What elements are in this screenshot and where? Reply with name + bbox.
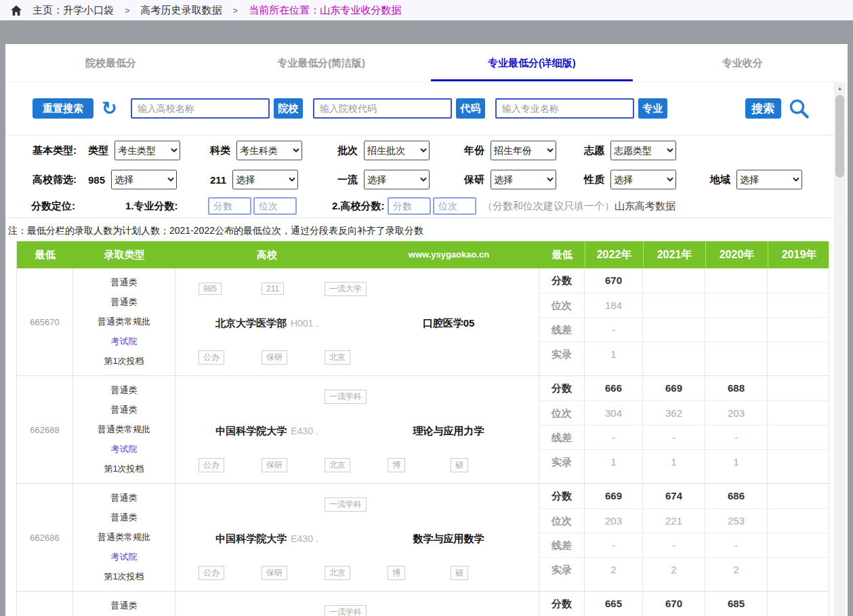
tag-slot: 公办 bbox=[199, 458, 262, 472]
tag-slot: 保研 bbox=[262, 566, 325, 580]
metric-label: 位次 bbox=[539, 401, 584, 425]
year-values bbox=[768, 484, 830, 591]
tab-major-min-score-simple[interactable]: 专业最低分(简洁版) bbox=[216, 44, 427, 81]
year-value: 666 bbox=[585, 376, 642, 401]
year-value: 362 bbox=[643, 401, 705, 425]
filter-type-select[interactable]: 考生类型 bbox=[115, 140, 180, 160]
table-row: 662686 普通类普通类普通类常规批考试院第1次投档 一流学科 中国科学院大学… bbox=[17, 483, 829, 591]
tag-slot: 硕 bbox=[451, 458, 514, 472]
college-tag: 北京 bbox=[325, 350, 350, 365]
filter-region-select[interactable]: 选择 bbox=[736, 169, 802, 189]
basic-filter-label: 基本类型: bbox=[33, 144, 77, 157]
major-search-button[interactable]: 专业 bbox=[638, 98, 667, 119]
reset-search-button[interactable]: 重置搜索 bbox=[33, 98, 93, 119]
vertical-scrollbar[interactable]: ▲ bbox=[834, 83, 846, 616]
filter-subject-select[interactable]: 考生科类 bbox=[236, 140, 302, 160]
header-min-metrics: 最低 bbox=[539, 241, 585, 268]
year-value bbox=[768, 557, 830, 581]
filter-batch-select[interactable]: 招生批次 bbox=[364, 140, 430, 160]
table-header: 最低 录取类型 高校 www.ysygaokao.cn 最低 2022年 202… bbox=[17, 241, 829, 268]
year-value: 203 bbox=[705, 401, 767, 425]
table-row: 665670 普通类普通类普通类常规批考试院第1次投档 985211一流大学 北… bbox=[17, 268, 829, 375]
refresh-icon[interactable]: ↻ bbox=[102, 100, 117, 118]
college-tag: 北京 bbox=[325, 458, 350, 472]
tag-slot bbox=[199, 605, 262, 616]
tab-college-min-score[interactable]: 院校最低分 bbox=[5, 44, 216, 81]
year-value: 685 bbox=[705, 592, 767, 616]
table-body: 665670 普通类普通类普通类常规批考试院第1次投档 985211一流大学 北… bbox=[17, 268, 829, 616]
tag-slot: 硕 bbox=[451, 566, 514, 580]
tab-major-score[interactable]: 专业收分 bbox=[637, 44, 848, 81]
admission-type-line[interactable]: 考试院 bbox=[73, 443, 175, 455]
year-value bbox=[705, 317, 767, 342]
filter-volunteer-select[interactable]: 志愿类型 bbox=[610, 140, 676, 160]
college-tag: 北京 bbox=[325, 566, 350, 580]
college-tag: 保研 bbox=[262, 350, 287, 365]
breadcrumb-history-link[interactable]: 高考历史录取数据 bbox=[141, 4, 222, 17]
college-tag: 硕 bbox=[451, 458, 468, 472]
tag-slot: 保研 bbox=[262, 350, 325, 365]
magnifier-icon[interactable] bbox=[788, 98, 810, 119]
year-value: - bbox=[705, 425, 767, 449]
college-code-input[interactable] bbox=[313, 98, 452, 119]
admission-type-line[interactable]: 考试院 bbox=[73, 335, 175, 348]
table-row: 662685 普通类普通类普通类常规批考试院第1次投档 一流学科 中国科学院大学… bbox=[17, 591, 829, 616]
major-name-input[interactable] bbox=[495, 98, 634, 119]
tag-slot bbox=[451, 350, 514, 365]
year-value bbox=[643, 342, 705, 366]
score-hint: （分数和位次建议只填一个）山东高考数据 bbox=[482, 199, 675, 212]
filter-year-select[interactable]: 招生年份 bbox=[491, 140, 556, 160]
college-name-wrap: 北京大学医学部H001 . bbox=[175, 317, 358, 330]
home-icon[interactable] bbox=[11, 5, 22, 16]
filter-baoyan-select[interactable]: 选择 bbox=[491, 169, 556, 189]
filter-volunteer: 志愿 志愿类型 bbox=[584, 140, 676, 160]
year-value bbox=[768, 592, 830, 616]
admission-type-line[interactable]: 考试院 bbox=[73, 551, 175, 563]
college-tags-bottom: 公办保研北京博硕 bbox=[175, 566, 539, 580]
year-value: 253 bbox=[705, 508, 767, 533]
college-rank-input[interactable] bbox=[433, 197, 476, 215]
filter-985-select[interactable]: 选择 bbox=[111, 169, 177, 189]
header-min: 最低 bbox=[17, 241, 73, 268]
tag-slot: 博 bbox=[388, 458, 451, 472]
metric-labels: 分数位次线差实录 bbox=[539, 376, 585, 483]
year-value bbox=[643, 293, 705, 317]
year-value bbox=[768, 401, 830, 425]
tag-slot: 公办 bbox=[199, 566, 262, 580]
score-locate-row: 分数定位: 1.专业分数: 2.高校分数: （分数和位次建议只填一个）山东高考数… bbox=[5, 194, 848, 218]
metric-label: 分数 bbox=[539, 484, 584, 508]
year-values: 666304-1 bbox=[585, 376, 643, 483]
filter-first-class-select[interactable]: 选择 bbox=[364, 169, 430, 189]
metric-label: 线差 bbox=[539, 533, 584, 557]
year-values: 685278 bbox=[705, 592, 768, 616]
year-value bbox=[643, 268, 705, 293]
major-score-input[interactable] bbox=[208, 197, 251, 215]
college-name-input[interactable] bbox=[131, 98, 270, 119]
year-value: 688 bbox=[705, 376, 767, 401]
year-value: 2 bbox=[643, 557, 705, 581]
year-values: 686253-2 bbox=[705, 484, 768, 591]
filter-nature-select[interactable]: 选择 bbox=[610, 169, 676, 189]
scrollbar-thumb[interactable] bbox=[835, 95, 844, 178]
filter-211-label: 211 bbox=[210, 173, 226, 185]
metric-label: 分数 bbox=[539, 592, 584, 616]
year-value bbox=[768, 268, 830, 293]
metric-labels: 分数位次线差实录 bbox=[539, 484, 585, 591]
year-value bbox=[643, 317, 705, 342]
tab-major-min-score-detailed[interactable]: 专业最低分(详细版) bbox=[427, 44, 638, 81]
year-value: 669 bbox=[643, 376, 705, 401]
scrollbar-up-arrow[interactable]: ▲ bbox=[834, 83, 846, 94]
college-name: 北京大学医学部 bbox=[215, 317, 287, 329]
major-rank-input[interactable] bbox=[253, 197, 297, 215]
year-value: 2 bbox=[705, 557, 767, 581]
header-year-2021: 2021年 bbox=[643, 241, 705, 268]
breadcrumb-home-link[interactable]: 主页：升学小口袋 bbox=[33, 4, 114, 17]
filter-211-select[interactable]: 选择 bbox=[232, 169, 298, 189]
code-search-button[interactable]: 代码 bbox=[456, 98, 485, 119]
college-search-button[interactable]: 院校 bbox=[274, 98, 303, 119]
college-score-input[interactable] bbox=[388, 197, 431, 215]
metric-labels: 分数位次线差实录 bbox=[539, 268, 585, 375]
tag-slot: 一流学科 bbox=[325, 390, 388, 404]
filter-first-class-label: 一流 bbox=[337, 173, 358, 186]
search-button[interactable]: 搜索 bbox=[745, 98, 781, 119]
